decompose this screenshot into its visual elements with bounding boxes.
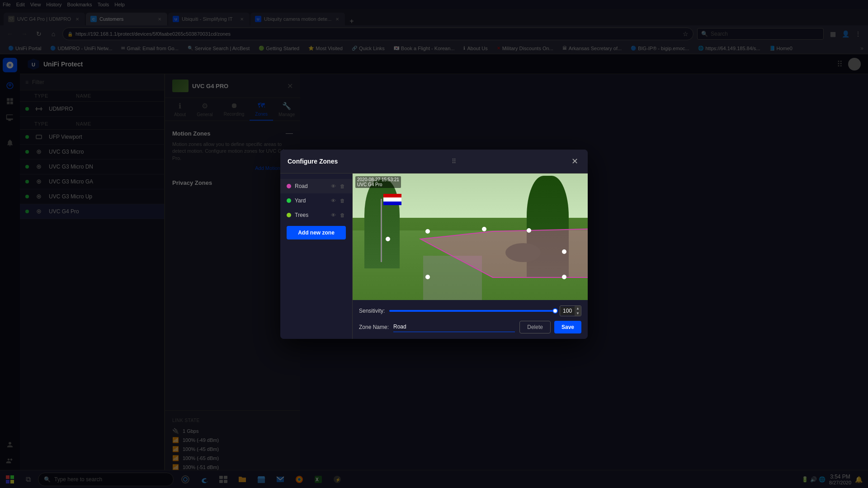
sensitivity-slider-thumb[interactable] [552, 308, 558, 314]
zone-name-input[interactable] [393, 322, 515, 332]
dialog-action-buttons: Delete Save [519, 321, 581, 333]
add-new-zone-button[interactable]: Add new zone [287, 226, 346, 239]
zone-actions-yard: 👁 🗑 [330, 197, 346, 204]
zone-item-trees[interactable]: Trees 👁 🗑 [280, 208, 352, 222]
zone-actions-road: 👁 🗑 [330, 183, 346, 190]
delete-zone-button[interactable]: Delete [519, 321, 551, 333]
zone-item-yard[interactable]: Yard 👁 🗑 [280, 193, 352, 208]
sensitivity-down-button[interactable]: ▼ [575, 311, 581, 316]
sensitivity-value-display: 100 [560, 307, 575, 315]
zone-name-road: Road [295, 183, 326, 189]
dialog-overlay: Configure Zones ⠿ ✕ Road 👁 🗑 [0, 0, 868, 488]
camera-scene [353, 174, 588, 300]
camera-label-text: UVC G4 Pro [357, 182, 399, 187]
dialog-header: Configure Zones ⠿ ✕ [280, 150, 588, 174]
sensitivity-slider-container[interactable] [389, 310, 555, 312]
zone-name-field-label: Zone Name: [359, 324, 389, 330]
dialog-title: Configure Zones [288, 158, 338, 165]
save-zone-button[interactable]: Save [554, 321, 581, 333]
flag [383, 194, 401, 205]
zone-name-trees: Trees [295, 212, 326, 218]
camera-timestamp: 2020-08-27 15:53:21 UVC G4 Pro [355, 176, 401, 188]
zone-dot-road [287, 184, 291, 188]
flag-pole [381, 199, 382, 262]
zone-visibility-road[interactable]: 👁 [330, 183, 337, 190]
sensitivity-slider-track[interactable] [389, 310, 555, 312]
hedge [505, 243, 541, 262]
zone-name-yard: Yard [295, 197, 326, 204]
zone-delete-trees[interactable]: 🗑 [339, 211, 346, 219]
tree-right [527, 176, 569, 277]
zone-actions-trees: 👁 🗑 [330, 211, 346, 219]
sensitivity-label: Sensitivity: [359, 308, 385, 314]
zone-delete-yard[interactable]: 🗑 [339, 197, 346, 204]
camera-feed: 2020-08-27 15:53:21 UVC G4 Pro [353, 174, 588, 300]
sensitivity-value-box[interactable]: 100 ▲ ▼ [560, 305, 581, 316]
zone-controls: Sensitivity: 100 ▲ ▼ [353, 300, 588, 339]
zone-dot-trees [287, 213, 291, 217]
zone-delete-road[interactable]: 🗑 [339, 183, 346, 190]
sensitivity-arrows[interactable]: ▲ ▼ [575, 306, 581, 316]
dialog-close-button[interactable]: ✕ [570, 156, 580, 167]
sensitivity-row: Sensitivity: 100 ▲ ▼ [359, 305, 581, 316]
dialog-drag-icon[interactable]: ⠿ [452, 158, 456, 165]
zone-visibility-trees[interactable]: 👁 [330, 211, 337, 219]
camera-view: 2020-08-27 15:53:21 UVC G4 Pro Sensitivi… [353, 174, 588, 339]
configure-zones-dialog: Configure Zones ⠿ ✕ Road 👁 🗑 [280, 150, 588, 339]
zone-name-row: Zone Name: Delete Save [359, 321, 581, 333]
zone-dot-yard [287, 198, 291, 203]
driveway [423, 256, 482, 300]
zone-item-road[interactable]: Road 👁 🗑 [280, 179, 352, 193]
zones-list-sidebar: Road 👁 🗑 Yard 👁 🗑 [280, 174, 353, 339]
zone-visibility-yard[interactable]: 👁 [330, 197, 337, 204]
timestamp-text: 2020-08-27 15:53:21 [357, 177, 399, 182]
dialog-body: Road 👁 🗑 Yard 👁 🗑 [280, 174, 588, 339]
sensitivity-up-button[interactable]: ▲ [575, 306, 581, 311]
